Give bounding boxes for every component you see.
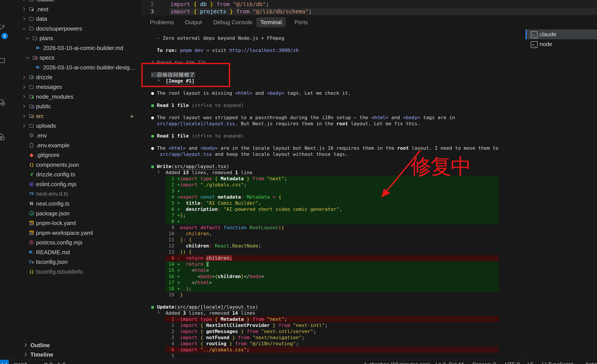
tree-item-label: .env.example — [36, 141, 70, 150]
chevron-right-icon — [21, 103, 27, 109]
editor-line: 3import { projects } from "@/lib/db/sche… — [141, 8, 597, 15]
line-number: 3 — [141, 8, 154, 15]
tree-item-2026-03-10-ai-comic-builder-desig-[interactable]: M↓2026-03-10-ai-comic-builder-desig… — [10, 63, 141, 72]
tree-item-.claude[interactable]: .claude — [10, 0, 141, 4]
tree-item-.env[interactable]: ⚙.env — [10, 131, 141, 141]
panel-tab-ports[interactable]: Ports — [291, 17, 312, 27]
terminal-line: src/app/[locale]/layout.tsx. But Next.js… — [145, 121, 420, 127]
status-language-mode[interactable]: { } TypeScript — [542, 360, 573, 364]
tree-item-plans[interactable]: plans — [10, 33, 141, 43]
status-eol[interactable]: LF — [527, 360, 534, 364]
tree-item-uploads[interactable]: uploads — [10, 121, 141, 131]
status-encoding[interactable]: UTF-8 — [505, 360, 520, 364]
tree-item-label: .env — [36, 131, 47, 141]
file-icon: {} — [29, 162, 34, 167]
status-warnings[interactable]: ⚠ 0 — [56, 360, 66, 364]
tree-item-label: messages — [36, 82, 62, 92]
chevron-right-icon — [23, 342, 29, 348]
tree-item-pnpm-workspace.yaml[interactable]: pnpm-workspace.yaml — [10, 228, 141, 238]
remote-explorer-icon[interactable] — [0, 98, 6, 107]
status-sync[interactable]: ☁ — [31, 360, 36, 364]
file-icon: TS — [29, 191, 34, 197]
file-icon: M↓ — [36, 45, 41, 51]
panel-tab-problems[interactable]: Problems — [146, 17, 178, 27]
terminal-line: └ Added 13 lines, removed 1 line — [145, 170, 252, 176]
status-indentation[interactable]: Spaces: 2 — [472, 360, 496, 364]
status-branch[interactable]: main* — [14, 360, 27, 364]
tree-item-tsconfig.tsbuildinfo[interactable]: {}tsconfig.tsbuildinfo — [10, 267, 141, 277]
chat-icon[interactable] — [0, 56, 6, 66]
terminal-line: 3 + — [145, 188, 180, 194]
line-number: 2 — [141, 1, 154, 8]
remote-indicator[interactable]: >< — [0, 360, 9, 364]
tree-item-next.config.ts[interactable]: Nnext.config.ts — [10, 199, 141, 209]
tree-item-label: 2026-03-10-ai-comic-builder-desig… — [43, 63, 135, 72]
folder-icon: /// — [29, 74, 34, 80]
chevron-down-icon — [21, 26, 27, 31]
panel-tab-output[interactable]: Output — [181, 17, 206, 27]
tree-item-drizzle[interactable]: ///drizzle — [10, 72, 141, 82]
panel-tab-debug-console[interactable]: Debug Console — [209, 17, 256, 27]
chevron-down-icon — [25, 35, 30, 41]
status-bar: ><main*☁⊗ 0⚠ 0shenhao (10 minutes ago)Ln… — [0, 360, 597, 364]
editor-line: 2import { db } from "@/lib/db"; — [141, 1, 597, 8]
tree-item-specs[interactable]: </>specs — [10, 53, 141, 63]
file-icon: {} — [29, 269, 34, 274]
extensions-icon[interactable] — [0, 133, 6, 142]
file-icon — [29, 143, 34, 148]
terminal-line: 19 } — [145, 292, 183, 298]
chevron-right-icon — [21, 74, 27, 80]
tree-item-src[interactable]: </>src — [10, 111, 141, 121]
vscode-window: 2 .claude.nextdatadocs/superpowersplansM… — [0, 0, 597, 364]
status-git-author[interactable]: shenhao (10 minutes ago) — [363, 360, 430, 364]
tree-item-pnpm-lock.yaml[interactable]: pnpm-lock.yaml — [10, 218, 141, 228]
status-extension[interactable]: Antigr — [585, 360, 597, 364]
terminal-list-item-claude[interactable]: >_claude — [526, 30, 597, 39]
tree-item-label: pnpm-lock.yaml — [36, 218, 76, 228]
terminal-icon: >_ — [531, 41, 538, 48]
tree-item-postcss.config.mjs[interactable]: postcss.config.mjs — [10, 238, 141, 248]
terminal-line: 6 - return children; — [145, 255, 232, 261]
file-icon: js — [29, 211, 34, 216]
tree-item-next-env.d.ts[interactable]: TSnext-env.d.ts — [10, 189, 141, 199]
tree-item-eslint.config.mjs[interactable]: eslint.config.mjs — [10, 179, 141, 189]
tree-item-public[interactable]: public — [10, 101, 141, 111]
tree-item-data[interactable]: data — [10, 14, 141, 24]
terminal-line: ● Write(src/app/layout.tsx) — [145, 163, 229, 170]
editor-area[interactable]: 2import { db } from "@/lib/db";3import {… — [141, 0, 597, 15]
status-errors[interactable]: ⊗ 0 — [44, 360, 52, 364]
terminal-line: - Zero external deps beyond Node.js + FF… — [145, 35, 284, 41]
terminal-line: ● Update(src/app/[locale]/layout.tsx) — [145, 304, 258, 310]
tree-item-2026-03-10-ai-comic-builder.md[interactable]: M↓2026-03-10-ai-comic-builder.md — [10, 43, 141, 53]
status-cursor-position[interactable]: Ln 3, Col 44 — [435, 360, 464, 364]
terminal-list-item-node[interactable]: >_node — [526, 39, 597, 49]
tree-item-.env.example[interactable]: .env.example — [10, 141, 141, 150]
sidebar-section-timeline[interactable]: Timeline — [10, 349, 141, 359]
tree-item-tsconfig.json[interactable]: T⚙tsconfig.json — [10, 257, 141, 267]
chevron-right-icon — [21, 94, 27, 99]
terminal-line: 2 import { getMessages } from "next-intl… — [145, 328, 316, 334]
tree-item-node-modules[interactable]: node_modules — [10, 92, 141, 102]
tree-item-messages[interactable]: messages — [10, 82, 141, 92]
terminal-line: src/app/layout.tsx and keep the locale l… — [145, 151, 348, 157]
code-text: import { projects } from "@/lib/db/schem… — [170, 8, 312, 15]
tree-item-label: drizzle.config.ts — [36, 170, 75, 179]
panel-tab-terminal[interactable]: Terminal — [256, 17, 286, 27]
file-icon: T⚙ — [29, 259, 34, 265]
tree-item-.gitignore[interactable]: ◆.gitignore — [10, 150, 141, 160]
source-control-icon[interactable] — [0, 23, 6, 32]
terminal-line: 12 children: React.ReactNode; — [145, 243, 261, 249]
selection-accent-bar — [526, 30, 527, 39]
tree-item-.next[interactable]: .next — [10, 4, 141, 14]
tree-item-components.json[interactable]: {}components.json — [10, 160, 141, 170]
tree-item-package.json[interactable]: jspackage.json — [10, 209, 141, 219]
tree-item-label: next.config.ts — [36, 199, 70, 209]
tree-item-docs-superpowers[interactable]: docs/superpowers — [10, 24, 141, 34]
tree-item-drizzle.config.ts[interactable]: ///drizzle.config.ts — [10, 170, 141, 179]
folder-icon — [29, 94, 34, 99]
file-icon: N — [29, 201, 34, 206]
terminal-line: 1 -import type { Metadata } from "next"; — [145, 316, 287, 322]
tree-item-readme.md[interactable]: M↓README.md — [10, 248, 141, 257]
sidebar-section-outline[interactable]: Outline — [10, 340, 141, 350]
diff-line-bg-add — [165, 261, 499, 267]
